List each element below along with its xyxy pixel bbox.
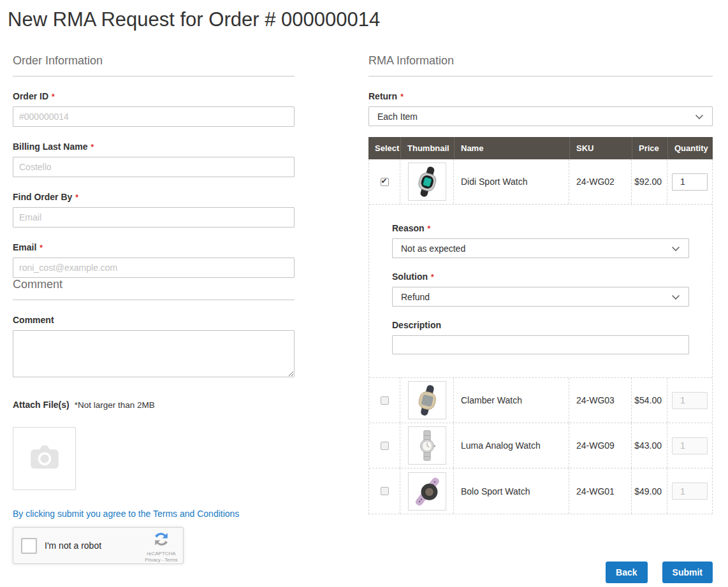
header-quantity: Quantity <box>667 137 713 159</box>
item-price: $54.00 <box>632 378 667 423</box>
billing-last-name-label: Billing Last Name* <box>13 141 295 152</box>
required-mark: * <box>400 92 404 101</box>
quantity-input <box>672 392 708 409</box>
chevron-down-icon <box>695 112 704 122</box>
product-thumbnail-bolo-sport-watch <box>408 472 446 511</box>
page-title: New RMA Request for Order # 000000014 <box>8 8 728 31</box>
description-input[interactable] <box>392 335 689 354</box>
item-sku: 24-WG02 <box>569 159 632 204</box>
attach-files-row: Attach File(s) *Not larger than 2MB <box>13 400 295 410</box>
item-select-checkbox[interactable] <box>381 178 389 186</box>
submit-button[interactable]: Submit <box>662 562 713 583</box>
header-price: Price <box>632 137 667 159</box>
find-order-by-label: Find Order By* <box>13 192 295 202</box>
return-label: Return* <box>368 91 713 101</box>
table-row: Luma Analog Watch 24-WG09 $43.00 <box>369 423 712 468</box>
recaptcha-privacy-terms[interactable]: Privacy - Terms <box>145 557 178 563</box>
email-input[interactable] <box>13 257 295 278</box>
form-actions: Back Submit <box>368 562 713 583</box>
back-button[interactable]: Back <box>606 562 647 583</box>
comment-label: Comment <box>13 315 295 325</box>
item-price: $43.00 <box>632 423 667 468</box>
table-row: Didi Sport Watch 24-WG02 $92.00 <box>369 159 712 205</box>
quantity-input <box>672 437 708 454</box>
camera-icon <box>26 439 63 478</box>
header-name: Name <box>454 137 569 159</box>
attach-file-upload-button[interactable] <box>13 427 76 490</box>
header-sku: SKU <box>569 137 632 159</box>
return-select[interactable]: Each Item <box>368 106 713 126</box>
order-id-label: Order ID* <box>13 91 295 101</box>
header-select: Select <box>368 137 400 159</box>
terms-and-conditions-link[interactable]: By clicking submit you agree to the Term… <box>13 509 295 519</box>
comment-textarea[interactable] <box>13 330 295 377</box>
order-information-heading: Order Information <box>13 54 295 76</box>
attach-files-note: *Not larger than 2MB <box>75 400 155 410</box>
billing-last-name-input[interactable] <box>13 157 295 177</box>
solution-label: Solution* <box>392 272 689 282</box>
item-select-checkbox[interactable] <box>381 442 389 450</box>
attach-files-label: Attach File(s) <box>13 400 69 410</box>
required-mark: * <box>431 273 434 282</box>
recaptcha-brand-block: reCAPTCHA Privacy - Terms <box>143 531 179 563</box>
rma-items-table: Select Thumbnail Name SKU Price Quantity <box>368 137 713 514</box>
recaptcha-logo-icon <box>153 531 170 551</box>
item-name: Didi Sport Watch <box>454 159 569 204</box>
item-detail-panel: Reason* Not as expected Solution* Refund <box>369 205 712 378</box>
return-select-value: Each Item <box>377 112 418 122</box>
find-order-by-input[interactable] <box>13 207 295 228</box>
items-table-header: Select Thumbnail Name SKU Price Quantity <box>368 137 713 159</box>
item-price: $49.00 <box>632 468 667 514</box>
order-id-input[interactable] <box>13 106 295 127</box>
item-select-checkbox[interactable] <box>381 487 389 495</box>
product-thumbnail-didi-sport-watch <box>408 163 446 201</box>
comment-section-heading: Comment <box>13 278 295 300</box>
rma-information-heading: RMA Information <box>368 54 713 76</box>
description-label: Description <box>392 320 689 330</box>
table-row: Bolo Sport Watch 24-WG01 $49.00 <box>369 468 712 514</box>
item-sku: 24-WG03 <box>569 378 632 423</box>
header-thumbnail: Thumbnail <box>400 137 454 159</box>
required-mark: * <box>75 193 78 202</box>
recaptcha-widget: I'm not a robot reCAPTCHA Privacy - Term… <box>13 527 184 564</box>
items-table-body: Didi Sport Watch 24-WG02 $92.00 Reason* … <box>368 159 713 514</box>
reason-label: Reason* <box>392 223 689 233</box>
item-name: Clamber Watch <box>454 378 569 423</box>
email-label: Email* <box>13 242 295 252</box>
form-columns: Order Information Order ID* Billing Last… <box>13 54 728 583</box>
recaptcha-label: I'm not a robot <box>45 540 101 551</box>
table-row: Clamber Watch 24-WG03 $54.00 <box>369 378 712 423</box>
order-information-column: Order Information Order ID* Billing Last… <box>13 54 295 583</box>
chevron-down-icon <box>671 243 680 254</box>
quantity-input[interactable] <box>672 173 708 191</box>
item-name: Bolo Sport Watch <box>454 468 569 514</box>
item-price: $92.00 <box>632 159 667 204</box>
product-thumbnail-luma-analog-watch <box>408 426 446 465</box>
recaptcha-checkbox[interactable] <box>21 538 37 554</box>
item-select-checkbox[interactable] <box>381 396 389 405</box>
rma-information-column: RMA Information Return* Each Item Select… <box>368 54 713 583</box>
reason-select-value: Not as expected <box>401 243 465 254</box>
solution-select-value: Refund <box>401 292 430 302</box>
required-mark: * <box>428 224 431 233</box>
reason-select[interactable]: Not as expected <box>392 238 689 258</box>
item-sku: 24-WG01 <box>569 468 632 514</box>
required-mark: * <box>91 143 94 152</box>
quantity-input <box>672 482 708 500</box>
product-thumbnail-clamber-watch <box>408 381 446 419</box>
item-sku: 24-WG09 <box>569 423 632 468</box>
item-name: Luma Analog Watch <box>454 423 569 468</box>
required-mark: * <box>40 243 43 252</box>
solution-select[interactable]: Refund <box>392 287 689 307</box>
chevron-down-icon <box>671 292 680 302</box>
recaptcha-brand-text: reCAPTCHA <box>147 551 175 557</box>
required-mark: * <box>52 92 55 101</box>
